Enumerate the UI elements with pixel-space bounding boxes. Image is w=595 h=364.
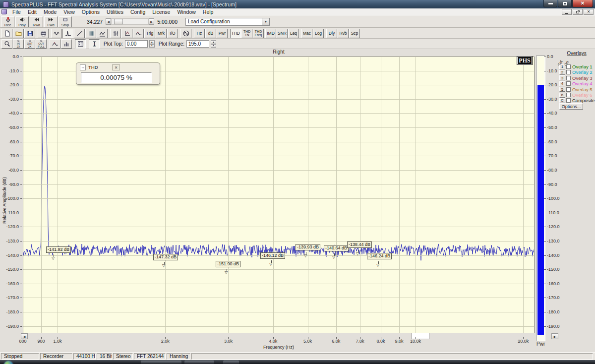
reverb-button[interactable]: Rvb (338, 29, 349, 38)
rec-button[interactable]: Rec (1, 16, 14, 27)
display-options-button[interactable] (75, 39, 86, 49)
print-button[interactable] (38, 29, 49, 38)
y-axis-tick (20, 298, 22, 298)
start-orb-icon[interactable] (4, 361, 13, 364)
imd-label: IMD (267, 31, 275, 36)
open-file-button[interactable] (13, 29, 24, 38)
plot-top-input[interactable] (125, 40, 148, 48)
position-scroll-thumb[interactable] (114, 19, 123, 24)
peak-hold-button[interactable] (133, 29, 144, 38)
mdi-minimize-icon (565, 13, 568, 14)
spin-up-icon[interactable]: ▲ (149, 40, 155, 44)
mdi-minimize-button[interactable] (562, 9, 572, 15)
close-button[interactable]: ✕ (572, 0, 593, 7)
mdi-restore-button[interactable] (573, 9, 583, 15)
document-icon[interactable] (1, 9, 7, 14)
plot-top-spinner[interactable]: ▲ ▼ (149, 40, 155, 48)
taskbar-button[interactable] (184, 361, 214, 364)
gridline-h (23, 184, 534, 185)
y-axis-label: -10.0 (2, 68, 19, 73)
overlay-set-button-5[interactable]: 5 (559, 87, 565, 92)
marker-tool-button[interactable] (89, 39, 100, 49)
thd-n-button[interactable]: THD+N (241, 29, 252, 38)
menu-view[interactable]: View (60, 8, 78, 15)
chevron-down-icon[interactable]: ▼ (262, 18, 269, 25)
signal-generator-button[interactable] (180, 29, 191, 38)
units-db-button[interactable]: dB (205, 29, 216, 38)
plot-area[interactable] (23, 57, 535, 333)
time-series-button[interactable] (51, 29, 62, 38)
zoom-out-2x-button[interactable]: OUT2X (24, 39, 35, 49)
units-hz-button[interactable]: Hz (194, 29, 205, 38)
imd-button[interactable]: IMD (265, 29, 276, 38)
io-device-button[interactable]: I/O (167, 29, 178, 38)
markers-button[interactable]: Mrk (156, 29, 167, 38)
zoom-out-full-button[interactable]: OUTFULL (36, 39, 47, 49)
menu-config[interactable]: Config (127, 8, 149, 15)
thd-freq-button[interactable]: THDFreq (253, 29, 264, 38)
menu-mode[interactable]: Mode (40, 8, 60, 15)
zoom-button[interactable] (1, 39, 12, 49)
play-button[interactable]: Play (15, 16, 29, 27)
configuration-combobox[interactable]: Load Configuration ▼ (185, 18, 270, 26)
mdi-close-button[interactable]: ✕ (584, 9, 594, 15)
menu-window[interactable]: Window (174, 8, 199, 15)
menu-edit[interactable]: Edit (24, 8, 40, 15)
scroll-left-icon[interactable]: ◀ (106, 18, 111, 25)
overlays-options-button[interactable]: Options... (559, 103, 583, 110)
spin-down-icon[interactable]: ▼ (149, 44, 155, 48)
fwd-button[interactable]: Fwd (44, 16, 58, 27)
taskbar-button[interactable] (223, 361, 239, 364)
trigger-button[interactable]: Trig (144, 29, 155, 38)
spin-down-icon[interactable]: ▼ (211, 44, 216, 48)
overlay-set-button-3[interactable]: 3 (559, 75, 565, 80)
overlay-on-checkbox-2[interactable] (566, 70, 571, 74)
new-file-button[interactable] (1, 29, 12, 38)
spin-up-icon[interactable]: ▲ (211, 40, 216, 44)
overlay-on-checkbox-5[interactable] (566, 87, 571, 92)
menu-options[interactable]: Options (78, 8, 103, 15)
macro-button[interactable]: Mac (301, 29, 312, 38)
phase-button[interactable] (74, 29, 85, 38)
thd-close-icon[interactable]: ✕ (112, 64, 120, 70)
minimize-button[interactable] (543, 0, 557, 7)
plot-scroll-right-icon[interactable]: ▶ (551, 333, 558, 339)
position-scroll-track[interactable] (111, 18, 149, 25)
scope-button[interactable]: Scp (349, 29, 360, 38)
menu-utilities[interactable]: Utilities (103, 8, 127, 15)
units-pwr-button[interactable]: Pwr (217, 29, 228, 38)
logging-button[interactable]: Log (313, 29, 324, 38)
scroll-right-icon[interactable]: ▶ (149, 18, 154, 25)
scaling-button[interactable] (121, 29, 132, 38)
surface-button[interactable] (97, 29, 108, 38)
delay-button[interactable]: Dly (326, 29, 337, 38)
stop-button[interactable]: Stop (59, 16, 72, 27)
thd-panel[interactable]: ↔ THD ✕ 0.00075 % (76, 62, 160, 85)
plot-range-input[interactable] (186, 40, 209, 48)
amplitude-bars-button[interactable] (61, 39, 72, 49)
spectrum-button[interactable] (62, 29, 73, 38)
leq-button[interactable]: Leq (288, 29, 299, 38)
maximize-button[interactable] (558, 0, 572, 7)
menu-file[interactable]: File (9, 8, 24, 15)
overlay-on-checkbox-1[interactable] (566, 64, 571, 69)
zoom-in-2x-button[interactable]: IN2X (13, 39, 24, 49)
snr-button[interactable]: SNR (277, 29, 288, 38)
overlay-on-checkbox-c[interactable] (566, 98, 571, 103)
thd-button[interactable]: THD (230, 29, 241, 38)
y-axis-label: -30.0 (2, 97, 19, 102)
rwd-button[interactable]: Rwd (30, 16, 43, 27)
mixer-button[interactable] (110, 29, 121, 38)
menu-help[interactable]: Help (199, 8, 217, 15)
overlay-on-checkbox-3[interactable] (566, 76, 571, 80)
overlay-on-checkbox-6[interactable] (566, 93, 571, 97)
overlay-on-checkbox-4[interactable] (566, 81, 571, 86)
rec-label: Rec (4, 23, 11, 27)
menu-license[interactable]: License (149, 8, 174, 15)
taskbar-button[interactable] (141, 361, 181, 364)
peak-curve-button[interactable] (50, 39, 60, 49)
spectrogram-button[interactable] (85, 29, 96, 38)
plot-range-spinner[interactable]: ▲ ▼ (211, 40, 216, 48)
save-file-button[interactable] (24, 29, 35, 38)
folder-icon (15, 30, 22, 37)
